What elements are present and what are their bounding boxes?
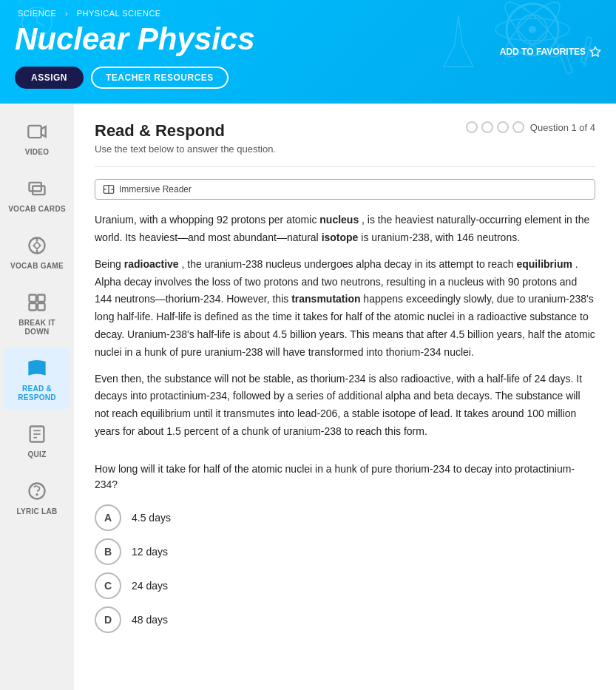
page-header: ? ? SCIENCE › PHYSICAL SCIENCE Nuclear P…: [0, 0, 616, 104]
divider: [95, 166, 595, 167]
progress-circle-4: [512, 121, 524, 133]
question-progress: Question 1 of 4: [466, 121, 595, 133]
assign-button[interactable]: ASSIGN: [15, 67, 84, 89]
section-subtitle: Use the text below to answer the questio…: [95, 143, 595, 155]
sidebar-item-video[interactable]: VIDEO: [4, 111, 70, 164]
answer-option-a[interactable]: A 4.5 days: [95, 504, 595, 531]
sidebar-label-vocab-cards: VOCAB CARDS: [8, 205, 66, 214]
sidebar: VIDEO VOCAB CARDS VOCAB GAME: [0, 104, 74, 690]
answer-text-a: 4.5 days: [132, 512, 171, 524]
progress-label: Question 1 of 4: [530, 122, 595, 133]
svg-marker-15: [41, 126, 46, 137]
progress-circles: [466, 121, 524, 133]
header-buttons: ASSIGN TEACHER RESOURCES: [15, 67, 601, 89]
svg-point-31: [35, 493, 38, 496]
sidebar-item-lyric-lab[interactable]: LYRIC LAB: [4, 470, 70, 524]
svg-rect-14: [28, 126, 41, 138]
answer-letter-a: A: [95, 504, 121, 531]
svg-rect-22: [38, 295, 44, 302]
teacher-resources-button[interactable]: TEACHER RESOURCES: [91, 67, 229, 89]
sidebar-item-vocab-game[interactable]: VOCAB GAME: [4, 225, 70, 278]
svg-rect-21: [30, 295, 36, 302]
answer-option-c[interactable]: C 24 days: [95, 572, 595, 599]
sidebar-item-vocab-cards[interactable]: VOCAB CARDS: [4, 168, 70, 221]
progress-circle-3: [497, 121, 509, 133]
immersive-reader-button[interactable]: Immersive Reader: [95, 179, 595, 200]
svg-marker-13: [590, 47, 600, 56]
content-area: Read & Respond Question 1 of 4 Use the t…: [74, 104, 616, 690]
sidebar-label-vocab-game: VOCAB GAME: [10, 262, 64, 271]
sidebar-item-break-it-down[interactable]: BREAK IT DOWN: [4, 282, 70, 344]
answer-option-b[interactable]: B 12 days: [95, 538, 595, 565]
break-it-down-icon: [24, 289, 50, 316]
sidebar-label-lyric-lab: LYRIC LAB: [16, 507, 57, 516]
sidebar-label-read-respond: READ & RESPOND: [7, 385, 67, 402]
answer-text-c: 24 days: [132, 580, 168, 592]
sidebar-item-read-respond[interactable]: READ & RESPOND: [4, 348, 70, 410]
section-header: Read & Respond Question 1 of 4: [95, 121, 595, 141]
svg-rect-23: [30, 303, 36, 310]
sidebar-label-video: VIDEO: [25, 148, 50, 157]
svg-rect-17: [33, 186, 44, 195]
answer-options: A 4.5 days B 12 days C 24 days D 48 days: [95, 504, 595, 633]
vocab-cards-icon: [24, 175, 50, 202]
sidebar-item-quiz[interactable]: QUIZ: [4, 413, 70, 467]
question-text: How long will it take for half of the at…: [95, 461, 595, 493]
add-favorites-button[interactable]: ADD TO FAVORITES: [500, 46, 601, 58]
answer-option-d[interactable]: D 48 days: [95, 606, 595, 633]
video-icon: [24, 118, 50, 145]
answer-letter-b: B: [95, 538, 121, 565]
vocab-game-icon: [24, 232, 50, 259]
answer-text-b: 12 days: [132, 546, 168, 558]
sidebar-label-quiz: QUIZ: [27, 450, 46, 459]
immersive-reader-label: Immersive Reader: [119, 184, 192, 195]
quiz-icon: [24, 421, 50, 447]
article-paragraph-1: Uranium, with a whopping 92 protons per …: [95, 212, 595, 247]
answer-letter-c: C: [95, 572, 121, 599]
breadcrumb: SCIENCE › PHYSICAL SCIENCE: [15, 9, 601, 18]
answer-letter-d: D: [95, 606, 121, 633]
progress-circle-1: [466, 121, 478, 133]
answer-text-d: 48 days: [132, 614, 168, 626]
immersive-reader-icon: [103, 183, 115, 195]
article-paragraph-3: Even then, the substance will not be sta…: [95, 371, 595, 441]
svg-rect-24: [38, 303, 44, 310]
read-respond-icon: [24, 355, 50, 382]
section-title: Read & Respond: [95, 121, 225, 141]
article-paragraph-2: Being radioactive , the uranium-238 nucl…: [95, 256, 595, 362]
sidebar-label-break-it-down: BREAK IT DOWN: [7, 319, 67, 336]
progress-circle-2: [481, 121, 493, 133]
lyric-lab-icon: [24, 478, 50, 504]
main-layout: VIDEO VOCAB CARDS VOCAB GAME: [0, 104, 616, 690]
